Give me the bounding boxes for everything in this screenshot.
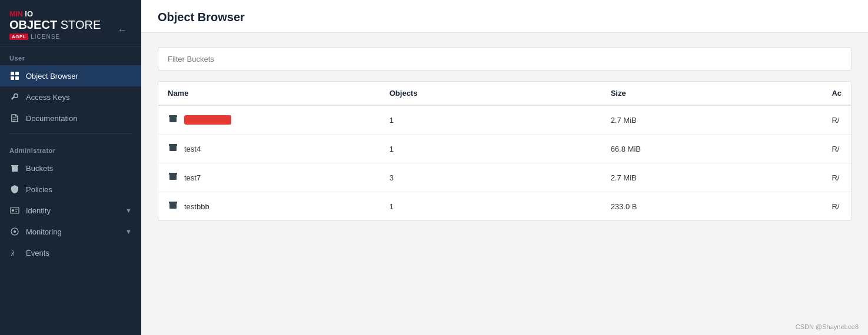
col-size-header: Size [601,82,823,105]
table-row[interactable]: 1 2.7 MiB R/ [158,105,851,135]
bucket-size-cell: 66.8 MiB [601,135,823,163]
sidebar-item-access-keys[interactable]: Access Keys [0,86,141,108]
watermark: CSDN @ShayneLee8 [796,323,859,330]
sidebar-header: MINIO OBJECT STORE AGPL LICENSE ← [0,0,141,46]
user-section-label: User [0,46,141,65]
logo: MINIO [9,9,101,18]
bucket-name-cell: testbbb [158,192,380,221]
sidebar-item-documentation-label: Documentation [26,114,132,123]
bucket-size-cell: 233.0 B [601,192,823,221]
svg-point-5 [12,209,14,212]
bucket-objects-cell: 1 [380,135,601,163]
sidebar-item-events[interactable]: λ Events [0,242,141,263]
sidebar-item-monitoring-label: Monitoring [26,227,119,236]
lambda-icon: λ [9,247,20,258]
id-icon [9,205,20,216]
buckets-table: Name Objects Size Ac [158,82,851,220]
logo-store: STORE [57,18,101,31]
bucket-name-cell: test4 [158,135,380,163]
filter-bar[interactable] [158,47,852,71]
svg-rect-1 [15,72,19,75]
table-row[interactable]: test7 3 2.7 MiB R/ [158,163,851,192]
sidebar-collapse-button[interactable]: ← [113,22,132,38]
sidebar-item-object-browser[interactable]: Object Browser [0,65,141,86]
sidebar-item-buckets-label: Buckets [26,164,132,173]
bucket-size-cell: 2.7 MiB [601,105,823,135]
sidebar-item-identity[interactable]: Identity ▼ [0,200,141,221]
sidebar-item-events-label: Events [26,249,132,257]
main-content: Name Objects Size Ac [141,33,868,335]
monitor-icon [9,226,20,237]
bucket-objects-cell: 1 [380,192,601,221]
bucket-access-cell: R/ [822,192,851,221]
sidebar-divider [9,133,132,134]
key-icon [9,92,20,102]
identity-chevron-icon: ▼ [125,207,132,214]
svg-point-7 [14,230,16,233]
sidebar-item-access-keys-label: Access Keys [26,93,132,102]
sidebar-item-buckets[interactable]: Buckets [0,158,141,179]
bucket-icon [168,114,178,126]
svg-text:λ: λ [11,249,15,257]
bucket-objects-cell: 3 [380,163,601,192]
sidebar: MINIO OBJECT STORE AGPL LICENSE ← User [0,0,141,335]
sidebar-item-object-browser-label: Object Browser [26,72,132,81]
logo-license-badge: AGPL LICENSE [9,34,101,40]
svg-rect-10 [169,144,177,145]
svg-rect-11 [169,173,177,174]
svg-rect-9 [169,115,177,116]
bucket-name: test4 [184,145,201,153]
license-text: LICENSE [31,34,60,40]
grid-icon [9,71,20,81]
admin-section-label: Administrator [0,139,141,158]
doc-icon [9,113,20,123]
bucket-size-cell: 2.7 MiB [601,163,823,192]
bucket-access-cell: R/ [822,105,851,135]
agpl-badge: AGPL [9,34,28,40]
table-row[interactable]: testbbb 1 233.0 B R/ [158,192,851,221]
bucket-name-redacted [184,115,231,125]
svg-rect-3 [15,76,19,80]
bucket-icon [168,172,178,183]
bucket-objects-cell: 1 [380,105,601,135]
table-header-row: Name Objects Size Ac [158,82,851,105]
svg-rect-12 [169,202,177,203]
sidebar-item-policies[interactable]: Policies [0,179,141,200]
svg-rect-0 [11,72,14,75]
table-row[interactable]: test4 1 66.8 MiB R/ [158,135,851,163]
bucket-name: testbbb [184,202,209,211]
logo-object: OBJECT [9,18,57,31]
main-content-area: Object Browser Name Objects Size Ac [141,0,868,335]
bucket-icon [168,143,178,155]
sidebar-item-monitoring[interactable]: Monitoring ▼ [0,221,141,242]
sidebar-item-policies-label: Policies [26,185,132,194]
bucket-name-cell [158,105,380,135]
page-title: Object Browser [158,11,852,24]
bucket-name: test7 [184,173,201,182]
main-header: Object Browser [141,0,868,33]
shield-icon [9,184,20,195]
bucket-access-cell: R/ [822,135,851,163]
logo-object-store: OBJECT STORE [9,18,101,31]
sidebar-item-identity-label: Identity [26,206,119,215]
monitoring-chevron-icon: ▼ [125,228,132,235]
col-access-header: Ac [822,82,851,105]
bucket-icon [168,200,178,212]
bucket-name-cell: test7 [158,163,380,192]
logo-io: IO [25,9,33,18]
logo-min: MIN [9,9,22,18]
svg-rect-2 [11,76,14,80]
col-objects-header: Objects [380,82,601,105]
filter-input[interactable] [168,55,842,63]
col-name-header: Name [158,82,380,105]
bucket-access-cell: R/ [822,163,851,192]
buckets-icon [9,163,20,173]
sidebar-item-documentation[interactable]: Documentation [0,108,141,129]
buckets-table-container: Name Objects Size Ac [158,81,852,221]
